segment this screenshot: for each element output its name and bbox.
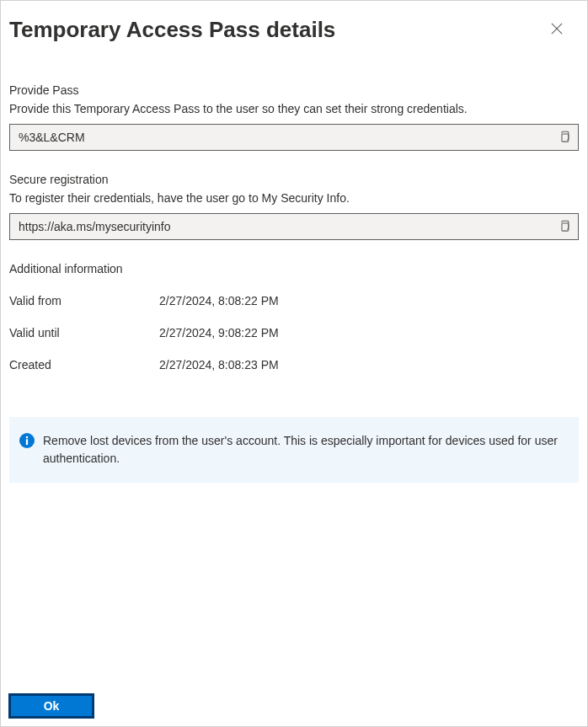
additional-info-section: Additional information Valid from 2/27/2…	[9, 262, 579, 372]
dialog-title: Temporary Access Pass details	[9, 17, 335, 43]
secure-registration-heading: Secure registration	[9, 173, 579, 186]
svg-rect-2	[562, 133, 569, 141]
provide-pass-section: Provide Pass Provide this Temporary Acce…	[9, 83, 579, 151]
copy-url-button[interactable]	[551, 214, 578, 239]
additional-info-heading: Additional information	[9, 262, 579, 275]
copy-icon	[559, 131, 570, 145]
svg-rect-6	[26, 436, 28, 438]
info-row-created: Created 2/27/2024, 8:08:23 PM	[9, 358, 579, 372]
copy-pass-button[interactable]	[551, 125, 578, 150]
info-row-valid-until: Valid until 2/27/2024, 9:08:22 PM	[9, 326, 579, 339]
close-icon	[551, 23, 563, 37]
pass-field	[9, 124, 579, 151]
ok-button[interactable]: Ok	[9, 694, 94, 718]
svg-rect-3	[562, 222, 569, 230]
info-row-valid-from: Valid from 2/27/2024, 8:08:22 PM	[9, 294, 579, 307]
secure-registration-section: Secure registration To register their cr…	[9, 173, 579, 240]
close-button[interactable]	[543, 16, 570, 43]
copy-icon	[559, 220, 570, 234]
banner-message: Remove lost devices from the user's acco…	[43, 432, 565, 468]
info-value: 2/27/2024, 8:08:22 PM	[159, 294, 279, 307]
dialog-header: Temporary Access Pass details	[1, 1, 587, 50]
info-banner: Remove lost devices from the user's acco…	[9, 417, 579, 483]
provide-pass-description: Provide this Temporary Access Pass to th…	[9, 102, 579, 115]
info-label: Valid from	[9, 294, 159, 307]
dialog-content: Provide Pass Provide this Temporary Acce…	[1, 50, 587, 483]
registration-url-field	[9, 213, 579, 240]
svg-rect-5	[26, 439, 28, 445]
provide-pass-heading: Provide Pass	[9, 83, 579, 97]
info-label: Created	[9, 358, 159, 372]
registration-url-input[interactable]	[10, 220, 551, 233]
pass-input[interactable]	[10, 131, 551, 144]
secure-registration-description: To register their credentials, have the …	[9, 191, 579, 205]
info-value: 2/27/2024, 8:08:23 PM	[159, 358, 279, 372]
info-label: Valid until	[9, 326, 159, 339]
dialog-footer: Ok	[9, 694, 94, 718]
info-value: 2/27/2024, 9:08:22 PM	[159, 326, 279, 339]
info-icon	[19, 433, 35, 448]
